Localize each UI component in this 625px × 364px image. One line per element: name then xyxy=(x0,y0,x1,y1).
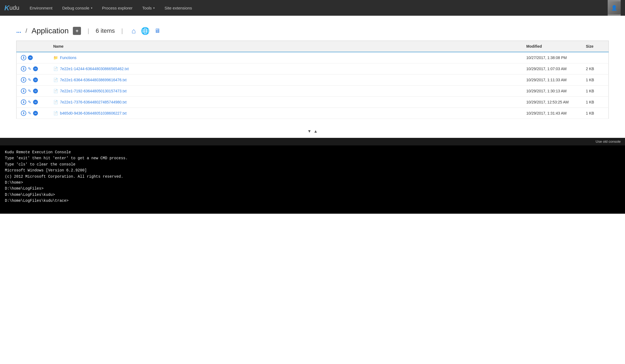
download-icon[interactable]: ⇓ xyxy=(21,88,26,94)
brand-rest: udu xyxy=(9,4,19,11)
delete-icon[interactable]: − xyxy=(33,89,38,93)
file-icon: 📄 xyxy=(53,67,58,71)
row-modified: 10/29/2017, 1:11:33 AM xyxy=(522,74,582,86)
edit-icon[interactable]: ✎ xyxy=(28,77,31,82)
delete-icon[interactable]: − xyxy=(28,55,33,60)
row-name: 📄7e22e1-14244-636448030866565462.txt xyxy=(49,63,522,74)
download-icon[interactable]: ⇓ xyxy=(21,66,26,72)
console-area: Use old console Kudu Remote Execution Co… xyxy=(0,138,625,214)
download-icon[interactable]: ⇓ xyxy=(21,99,26,105)
console-line: D:\home\LogFiles\kudu> xyxy=(5,192,620,198)
row-modified: 10/29/2017, 1:31:43 AM xyxy=(522,108,582,119)
table-row: ⇓−📁Functions10/27/2017, 1:38:08 PM xyxy=(17,52,609,63)
row-name: 📄b465d0-9436-636448051038606227.txt xyxy=(49,108,522,119)
row-size: 1 KB xyxy=(582,97,609,108)
globe-icon[interactable]: 🌐 xyxy=(141,27,149,35)
table-row: ⇓✎−📄b465d0-9436-636448051038606227.txt10… xyxy=(17,108,609,119)
edit-icon[interactable]: ✎ xyxy=(28,100,31,105)
file-table: Name Modified Size ⇓−📁Functions10/27/201… xyxy=(16,41,609,119)
console-line: Type 'cls' to clear the console xyxy=(5,161,620,167)
row-size: 1 KB xyxy=(582,86,609,97)
console-line: Type 'exit' then hit 'enter' to get a ne… xyxy=(5,155,620,161)
row-modified: 10/29/2017, 12:53:25 AM xyxy=(522,97,582,108)
server-icon[interactable]: 🖥 xyxy=(154,27,160,34)
download-icon[interactable]: ⇓ xyxy=(21,77,26,83)
col-header-modified: Modified xyxy=(522,41,582,52)
row-modified: 10/29/2017, 1:07:03 AM xyxy=(522,63,582,74)
brand-logo[interactable]: Kudu xyxy=(4,4,19,12)
row-size: 1 KB xyxy=(582,108,609,119)
row-size: 2 KB xyxy=(582,63,609,74)
edit-icon[interactable]: ✎ xyxy=(28,89,31,93)
table-row: ⇓✎−📄7e22e1-6364-636448038699616476.txt10… xyxy=(17,74,609,86)
breadcrumb-current: Application xyxy=(31,27,69,35)
nav-tools[interactable]: Tools ▾ xyxy=(138,4,158,12)
nav-site-extensions[interactable]: Site extensions xyxy=(161,4,196,12)
file-name-text: b465d0-9436-636448051038606227.txt xyxy=(60,111,127,115)
header-area: ... / Application + | 6 items | ⌂ 🌐 🖥 xyxy=(0,16,625,41)
debug-console-dropdown-arrow: ▾ xyxy=(91,6,92,9)
avatar-image: 👤 xyxy=(608,1,621,14)
file-name-link[interactable]: 📄7e22e1-6364-636448038699616476.txt xyxy=(53,78,518,82)
navbar: Kudu Environment Debug console ▾ Process… xyxy=(0,0,625,16)
delete-icon[interactable]: − xyxy=(33,66,38,71)
splitter-down-arrow[interactable]: ▾ xyxy=(308,128,311,134)
console-line: Kudu Remote Execution Console xyxy=(5,149,620,155)
delete-icon[interactable]: − xyxy=(33,111,38,116)
row-actions: ⇓✎− xyxy=(17,86,49,97)
delete-icon[interactable]: − xyxy=(33,100,38,105)
row-size xyxy=(582,52,609,63)
file-name-text: 7e22e1-6364-636448038699616476.txt xyxy=(60,78,127,82)
file-table-container: Name Modified Size ⇓−📁Functions10/27/201… xyxy=(0,41,625,119)
console-line: (c) 2012 Microsoft Corporation. All righ… xyxy=(5,174,620,180)
download-icon[interactable]: ⇓ xyxy=(21,55,26,60)
brand-k: K xyxy=(4,4,9,12)
home-icon[interactable]: ⌂ xyxy=(132,27,136,35)
download-icon[interactable]: ⇓ xyxy=(21,110,26,116)
file-name-link[interactable]: 📁Functions xyxy=(53,56,518,60)
row-actions: ⇓✎− xyxy=(17,63,49,74)
console-body[interactable]: Kudu Remote Execution ConsoleType 'exit'… xyxy=(0,145,625,208)
row-name: 📄7e22e1-6364-636448038699616476.txt xyxy=(49,74,522,86)
file-name-link[interactable]: 📄7e22e1-7376-636448027485744980.txt xyxy=(53,100,518,104)
nav-process-explorer[interactable]: Process explorer xyxy=(98,4,136,12)
new-folder-button[interactable]: + xyxy=(73,27,81,35)
edit-icon[interactable]: ✎ xyxy=(28,111,31,116)
file-name-text: 7e22e1-14244-636448030866565462.txt xyxy=(60,67,129,71)
file-icon: 📄 xyxy=(53,100,58,104)
nav-debug-console[interactable]: Debug console ▾ xyxy=(58,4,96,12)
col-header-size: Size xyxy=(582,41,609,52)
console-line: Microsoft Windows [Version 6.2.9200] xyxy=(5,167,620,173)
edit-icon[interactable]: ✎ xyxy=(28,66,31,71)
table-row: ⇓✎−📄7e22e1-14244-636448030866565462.txt1… xyxy=(17,63,609,74)
col-header-actions xyxy=(17,41,49,52)
row-name: 📄7e22e1-7376-636448027485744980.txt xyxy=(49,97,522,108)
splitter[interactable]: ▾ ▴ xyxy=(0,124,625,138)
items-count: 6 items xyxy=(96,27,115,34)
row-name: 📄7e22e1-7192-636448050130157473.txt xyxy=(49,86,522,97)
file-icon: 📄 xyxy=(53,78,58,82)
file-name-text: 7e22e1-7376-636448027485744980.txt xyxy=(60,100,127,104)
table-row: ⇓✎−📄7e22e1-7192-636448050130157473.txt10… xyxy=(17,86,609,97)
file-name-text: Functions xyxy=(60,56,77,60)
delete-icon[interactable]: − xyxy=(33,77,38,82)
row-size: 1 KB xyxy=(582,74,609,86)
console-line: D:\home> xyxy=(5,180,620,186)
folder-icon: 📁 xyxy=(53,56,58,60)
file-name-link[interactable]: 📄b465d0-9436-636448051038606227.txt xyxy=(53,111,518,115)
console-header: Use old console xyxy=(0,138,625,145)
use-old-console-link[interactable]: Use old console xyxy=(596,139,621,144)
file-name-link[interactable]: 📄7e22e1-14244-636448030866565462.txt xyxy=(53,67,518,71)
header-icons: ⌂ 🌐 🖥 xyxy=(132,27,160,35)
file-icon: 📄 xyxy=(53,89,58,93)
col-header-name: Name xyxy=(49,41,522,52)
breadcrumb-ellipsis[interactable]: ... xyxy=(16,27,21,34)
row-actions: ⇓✎− xyxy=(17,108,49,119)
user-avatar[interactable]: 👤 xyxy=(608,0,621,16)
file-name-link[interactable]: 📄7e22e1-7192-636448050130157473.txt xyxy=(53,89,518,93)
row-modified: 10/29/2017, 1:30:13 AM xyxy=(522,86,582,97)
console-line: D:\home\LogFiles> xyxy=(5,186,620,191)
tools-dropdown-arrow: ▾ xyxy=(153,6,155,9)
nav-environment[interactable]: Environment xyxy=(26,4,56,12)
splitter-up-arrow[interactable]: ▴ xyxy=(314,128,317,134)
